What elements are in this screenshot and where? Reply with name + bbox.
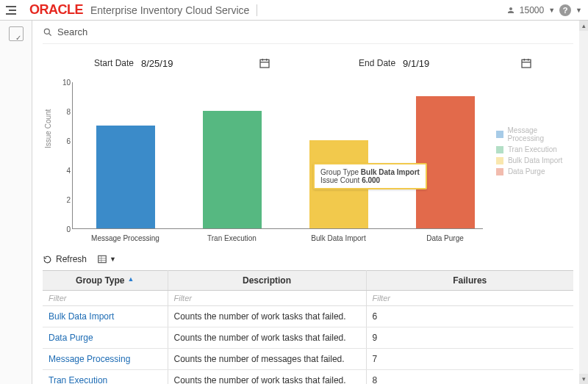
failures-table: Group Type▲ Description Failures Filter … (43, 270, 573, 384)
group-type-link[interactable]: Bulk Data Import (43, 306, 168, 327)
failures-cell: 7 (366, 349, 573, 370)
table-row: Bulk Data ImportCounts the number of wor… (43, 306, 573, 327)
sort-asc-icon: ▲ (128, 275, 135, 283)
col-description[interactable]: Description (168, 271, 366, 291)
legend-item[interactable]: Data Purge (496, 167, 573, 175)
chart-category-label: Message Processing (82, 234, 170, 242)
app-header: ORACLE Enterprise Inventory Cloud Servic… (0, 0, 588, 21)
chart-category-label: Data Purge (401, 234, 490, 242)
user-id[interactable]: 15000 (520, 5, 544, 15)
description-cell: Counts the number of work tasks that fai… (168, 370, 366, 385)
calendar-icon[interactable] (259, 57, 270, 69)
oracle-logo: ORACLE (29, 2, 83, 18)
refresh-button[interactable]: Refresh (43, 254, 87, 264)
chevron-down-icon: ▼ (110, 256, 116, 263)
failures-cell: 9 (366, 327, 573, 349)
scroll-up-icon[interactable]: ▴ (579, 21, 588, 31)
user-icon (506, 6, 515, 15)
search-toggle[interactable]: Search (43, 25, 573, 44)
help-icon[interactable]: ? (559, 4, 571, 16)
chart-bar[interactable] (203, 111, 262, 228)
col-failures[interactable]: Failures (366, 271, 573, 291)
svg-rect-2 (260, 59, 269, 68)
svg-rect-6 (522, 59, 531, 68)
legend-item[interactable]: Message Processing (496, 126, 573, 142)
table-row: Message ProcessingCounts the number of m… (43, 349, 573, 370)
date-range-row: Start Date 8/25/19 End Date 9/1/19 (43, 44, 573, 76)
scroll-down-icon[interactable]: ▾ (579, 374, 588, 384)
legend-item[interactable]: Bulk Data Import (496, 156, 573, 164)
table-view-menu[interactable]: ▼ (97, 254, 116, 264)
svg-point-0 (44, 29, 49, 34)
chart-legend: Message ProcessingTran ExecutionBulk Dat… (496, 82, 573, 244)
group-type-link[interactable]: Data Purge (43, 327, 168, 349)
description-cell: Counts the number of work tasks that fai… (168, 306, 366, 327)
group-type-link[interactable]: Tran Execution (43, 370, 168, 385)
calendar-icon[interactable] (520, 57, 532, 69)
filter-description[interactable]: Filter (174, 294, 192, 303)
y-axis-label: Issue Count (44, 109, 52, 148)
failures-cell: 6 (366, 306, 573, 327)
main-content: Search Start Date 8/25/19 End Date 9/1/1… (32, 21, 579, 384)
help-menu-caret[interactable]: ▼ (576, 7, 582, 14)
table-row: Data PurgeCounts the number of work task… (43, 327, 573, 349)
issue-count-chart[interactable]: Issue Count 0246810 Message ProcessingTr… (43, 82, 483, 244)
tasks-icon[interactable] (9, 26, 24, 41)
left-rail (0, 21, 32, 384)
description-cell: Counts the number of messages that faile… (168, 349, 366, 370)
app-title: Enterprise Inventory Cloud Service (90, 4, 257, 16)
failures-cell: 8 (366, 370, 573, 385)
start-date-input[interactable]: 8/25/19 (141, 58, 251, 69)
col-group-type[interactable]: Group Type▲ (43, 271, 168, 291)
end-date-label: End Date (359, 58, 395, 68)
filter-failures[interactable]: Filter (373, 294, 390, 303)
chart-tooltip: Group Type Bulk Data Import Issue Count … (313, 163, 427, 189)
scrollbar[interactable]: ▴ ▾ (579, 21, 588, 384)
user-menu-caret[interactable]: ▼ (548, 7, 555, 14)
start-date-label: Start Date (94, 58, 134, 68)
svg-rect-10 (98, 256, 107, 262)
description-cell: Counts the number of work tasks that fai… (168, 327, 366, 349)
table-toolbar: Refresh ▼ (43, 248, 573, 270)
filter-group-type[interactable]: Filter (49, 294, 66, 303)
search-icon (43, 27, 53, 37)
chart-category-label: Bulk Data Import (295, 234, 383, 242)
chart-bar[interactable] (96, 126, 155, 228)
search-label: Search (57, 26, 87, 37)
table-icon (97, 254, 107, 264)
chart-category-label: Tran Execution (188, 234, 276, 242)
chart-bar[interactable] (416, 96, 475, 228)
legend-item[interactable]: Tran Execution (496, 145, 573, 153)
menu-icon[interactable] (6, 1, 24, 19)
refresh-icon (43, 255, 52, 264)
group-type-link[interactable]: Message Processing (43, 349, 168, 370)
end-date-input[interactable]: 9/1/19 (403, 58, 513, 69)
table-row: Tran ExecutionCounts the number of work … (43, 370, 573, 385)
svg-line-1 (49, 33, 51, 35)
